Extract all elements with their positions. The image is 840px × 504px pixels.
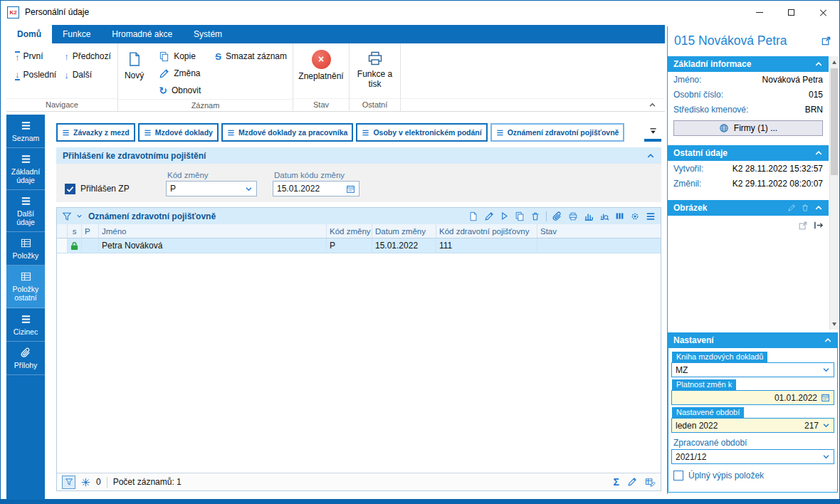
edit-picture-icon[interactable] — [787, 204, 796, 212]
sidebar-item-seznam[interactable]: Seznam — [6, 115, 45, 148]
collapse-section-button[interactable] — [646, 152, 655, 160]
field-value: K2 28.11.2022 15:32:57 — [733, 164, 823, 174]
copy-record-button[interactable]: Kopie — [156, 48, 204, 65]
columns-icon[interactable] — [615, 211, 624, 221]
panel-scrollbar[interactable] — [829, 56, 839, 330]
filter-count: 0 — [96, 477, 101, 487]
new-record-button[interactable]: Nový — [121, 48, 147, 99]
copy-row-icon[interactable] — [515, 211, 525, 221]
bulk-edit-icon[interactable] — [645, 477, 656, 488]
sidebar-item-cizinec[interactable]: Cizinec — [6, 308, 45, 342]
ribbon: ↑ První ↓ Poslední ↑ Předchozí ↓ — [6, 43, 665, 112]
fit-picture-icon[interactable] — [814, 220, 824, 231]
close-button[interactable] — [807, 1, 839, 23]
validity-date-input[interactable]: 01.01.2022 — [671, 390, 834, 405]
kod-zmeny-select[interactable]: P — [166, 181, 257, 196]
book-select[interactable]: MZ — [671, 362, 834, 377]
sidebar-item-prilohy[interactable]: Přílohy — [6, 342, 45, 375]
health-insurance-section: Přihlášení ke zdravotnímu pojištění Přih… — [56, 147, 661, 202]
collapse-section-button[interactable] — [814, 60, 823, 68]
row-selector[interactable] — [57, 238, 68, 253]
chart-icon[interactable] — [584, 211, 594, 221]
prihlasen-zp-checkbox[interactable] — [65, 184, 75, 194]
firms-button[interactable]: Firmy (1) ... — [673, 120, 823, 136]
sum-icon[interactable]: Σ — [614, 477, 619, 487]
filter-icon[interactable] — [62, 211, 72, 221]
last-record-button[interactable]: ↓ Poslední — [13, 66, 58, 83]
sidebar-item-zakladni-udaje[interactable]: Základní údaje — [6, 148, 45, 190]
period-select[interactable]: leden 2022 217 — [671, 418, 834, 433]
collapse-ribbon-button[interactable] — [649, 101, 656, 109]
conditions-icon[interactable] — [81, 478, 90, 487]
collapse-section-button[interactable] — [824, 336, 832, 345]
ribbon-tab-funkce[interactable]: Funkce — [52, 25, 101, 43]
sidebar-item-label: Cizinec — [14, 327, 38, 336]
print-icon[interactable] — [568, 211, 578, 221]
row-name-cell: Petra Nováková — [99, 238, 327, 253]
tab-oznameni-zdravotni-pojistovne[interactable]: Oznámení zdravotní pojišťovně — [490, 123, 625, 142]
tab-osoby-v-elektronickem-podani[interactable]: Osoby v elektronickém podání — [356, 123, 487, 142]
health-section-title: Přihlášení ke zdravotnímu pojištění — [63, 151, 206, 161]
processed-period-select[interactable]: 2021/12 — [671, 449, 834, 464]
scrollbar-thumb[interactable] — [831, 68, 838, 175]
column-header-s[interactable]: s — [68, 224, 82, 238]
table-icon — [21, 238, 31, 248]
collapse-section-button[interactable] — [814, 149, 823, 157]
chart-search-icon[interactable] — [599, 211, 609, 221]
health-section-header: Přihlášení ke zdravotnímu pojištění — [56, 147, 661, 164]
settings-gear-icon[interactable] — [630, 211, 640, 221]
invalidate-button[interactable]: × Zneplatnění — [298, 48, 344, 98]
sidebar-item-polozky-ostatni[interactable]: Položky ostatní — [6, 266, 45, 308]
ribbon-tab-system[interactable]: Systém — [183, 25, 233, 43]
health-section-body: Přihlášen ZP Kód změny P Datum kódu změn… — [56, 164, 661, 202]
ribbon-tab-hromadne-akce[interactable]: Hromadné akce — [101, 25, 183, 43]
column-header-datum-zmeny[interactable]: Datum změny — [372, 224, 436, 238]
maximize-button[interactable] — [775, 1, 807, 23]
list-icon — [362, 129, 369, 137]
refresh-button[interactable]: ↻ Obnovit — [156, 82, 204, 99]
tab-mzdove-doklady-za-pracovnika[interactable]: Mzdové doklady za pracovníka — [221, 123, 353, 142]
remove-picture-icon[interactable] — [801, 204, 809, 212]
delete-row-icon[interactable] — [530, 211, 540, 221]
column-header-kod-zmeny[interactable]: Kód změny — [327, 224, 372, 238]
menu-icon[interactable] — [646, 211, 656, 221]
sidebar-item-label: Základní údaje — [7, 167, 44, 184]
change-record-button[interactable]: Změna — [156, 65, 204, 82]
column-header-stav[interactable]: Stav — [537, 224, 661, 238]
delete-record-button[interactable]: S Smazat záznam — [212, 48, 290, 65]
run-icon[interactable] — [500, 211, 509, 221]
open-external-icon[interactable] — [821, 36, 831, 46]
chevron-down-icon — [822, 421, 830, 429]
processed-period-label: Zpracované období — [673, 438, 835, 448]
tab-overflow-button[interactable] — [644, 123, 661, 142]
datum-kodu-zmeny-input[interactable]: 15.01.2022 — [273, 181, 359, 196]
column-header-p[interactable]: P — [82, 224, 99, 238]
first-record-button[interactable]: ↑ První — [13, 48, 58, 65]
tab-overflow-icon — [649, 127, 658, 136]
pencil-icon — [159, 68, 169, 79]
new-row-icon[interactable] — [468, 211, 478, 221]
next-record-button[interactable]: ↓ Další — [62, 66, 113, 83]
full-list-checkbox[interactable] — [673, 471, 683, 481]
edit-row-icon[interactable] — [484, 211, 494, 221]
table-row[interactable]: Petra Nováková P 15.01.2022 111 — [57, 238, 661, 253]
scroll-up-arrow[interactable] — [830, 57, 839, 67]
edit-icon[interactable] — [627, 477, 637, 487]
filter-toggle-button[interactable] — [62, 476, 75, 489]
sidebar-item-dalsi-udaje[interactable]: Další údaje — [6, 190, 45, 232]
functions-print-button[interactable]: Funkce a tisk — [355, 48, 396, 98]
column-header-jmeno[interactable]: Jméno — [99, 224, 327, 238]
previous-record-button[interactable]: ↑ Předchozí — [62, 48, 113, 65]
ribbon-tab-domu[interactable]: Domů — [6, 25, 52, 43]
sidebar-item-polozky[interactable]: Položky — [6, 232, 45, 266]
grid-empty-area — [57, 253, 661, 473]
attachment-icon[interactable] — [552, 211, 562, 221]
scroll-down-arrow[interactable] — [830, 319, 839, 329]
column-header-kod-pojistovny[interactable]: Kód zdravotní pojišťovny — [436, 224, 537, 238]
tab-zavazky-z-mezd[interactable]: Závazky z mezd — [56, 123, 135, 142]
tab-mzdove-doklady[interactable]: Mzdové doklady — [138, 123, 219, 142]
open-picture-icon[interactable] — [798, 221, 808, 231]
collapse-section-button[interactable] — [814, 204, 823, 212]
chevron-down-icon[interactable] — [76, 213, 83, 219]
minimize-button[interactable] — [743, 1, 775, 23]
